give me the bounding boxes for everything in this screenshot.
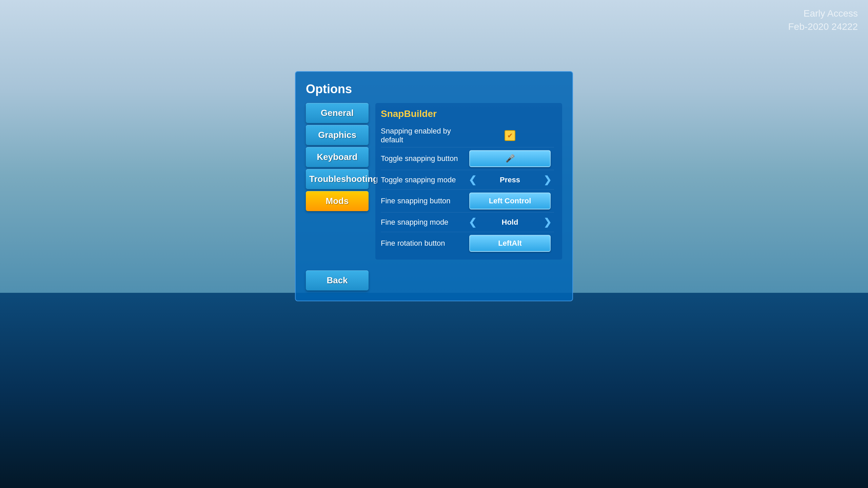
arrow-right-fine-snapping-mode[interactable]: ❯	[541, 215, 554, 229]
setting-label-fine-snapping-mode: Fine snapping mode	[381, 218, 462, 227]
keybind-fine-snapping-button[interactable]: Left Control	[469, 192, 551, 209]
background-ocean	[0, 293, 868, 488]
control-snapping-enabled: ✔	[466, 130, 554, 141]
keybind-fine-rotation-button[interactable]: LeftAlt	[469, 235, 551, 252]
sidebar: General Graphics Keyboard Troubleshootin…	[306, 103, 369, 260]
keybind-toggle-snapping-button[interactable]: 🎤	[469, 150, 551, 167]
bottom-row: Back	[306, 264, 562, 290]
arrow-left-fine-snapping-mode[interactable]: ❮	[466, 215, 479, 229]
control-fine-snapping-button: Left Control	[466, 192, 554, 209]
setting-label-snapping-enabled: Snapping enabled by default	[381, 127, 462, 144]
content-area: SnapBuilder Snapping enabled by default …	[375, 103, 562, 260]
sidebar-item-mods[interactable]: Mods	[306, 191, 369, 211]
back-button[interactable]: Back	[306, 270, 369, 290]
setting-label-fine-rotation-button: Fine rotation button	[381, 239, 462, 248]
section-title: SnapBuilder	[381, 108, 554, 119]
sidebar-item-troubleshooting[interactable]: Troubleshooting	[306, 169, 369, 189]
setting-label-fine-snapping-button: Fine snapping button	[381, 197, 462, 205]
setting-fine-snapping-mode: Fine snapping mode ❮ Hold ❯	[381, 212, 554, 232]
checkbox-snapping-enabled[interactable]: ✔	[505, 130, 515, 141]
control-fine-snapping-mode: ❮ Hold ❯	[466, 215, 554, 229]
control-toggle-snapping-button: 🎤	[466, 150, 554, 167]
sidebar-item-general[interactable]: General	[306, 103, 369, 123]
arrow-right-toggle-snapping-mode[interactable]: ❯	[541, 173, 554, 187]
control-fine-rotation-button: LeftAlt	[466, 235, 554, 252]
arrow-left-toggle-snapping-mode[interactable]: ❮	[466, 173, 479, 187]
value-toggle-snapping-mode: Press	[482, 176, 538, 184]
setting-fine-snapping-button: Fine snapping button Left Control	[381, 190, 554, 212]
setting-fine-rotation-button: Fine rotation button LeftAlt	[381, 232, 554, 254]
control-toggle-snapping-mode: ❮ Press ❯	[466, 173, 554, 187]
options-body: General Graphics Keyboard Troubleshootin…	[306, 103, 562, 260]
options-panel: Options General Graphics Keyboard Troubl…	[295, 71, 573, 301]
options-title: Options	[306, 82, 562, 96]
value-fine-snapping-mode: Hold	[482, 218, 538, 227]
sidebar-item-graphics[interactable]: Graphics	[306, 125, 369, 145]
setting-label-toggle-snapping-button: Toggle snapping button	[381, 154, 462, 163]
version-text: Early Access Feb-2020 24222	[788, 7, 858, 33]
setting-toggle-snapping-mode: Toggle snapping mode ❮ Press ❯	[381, 170, 554, 190]
sidebar-item-keyboard[interactable]: Keyboard	[306, 147, 369, 167]
setting-toggle-snapping-button: Toggle snapping button 🎤	[381, 147, 554, 170]
mic-icon: 🎤	[506, 154, 515, 163]
setting-snapping-enabled: Snapping enabled by default ✔	[381, 124, 554, 147]
setting-label-toggle-snapping-mode: Toggle snapping mode	[381, 176, 462, 184]
content-scroll[interactable]: SnapBuilder Snapping enabled by default …	[381, 108, 557, 254]
